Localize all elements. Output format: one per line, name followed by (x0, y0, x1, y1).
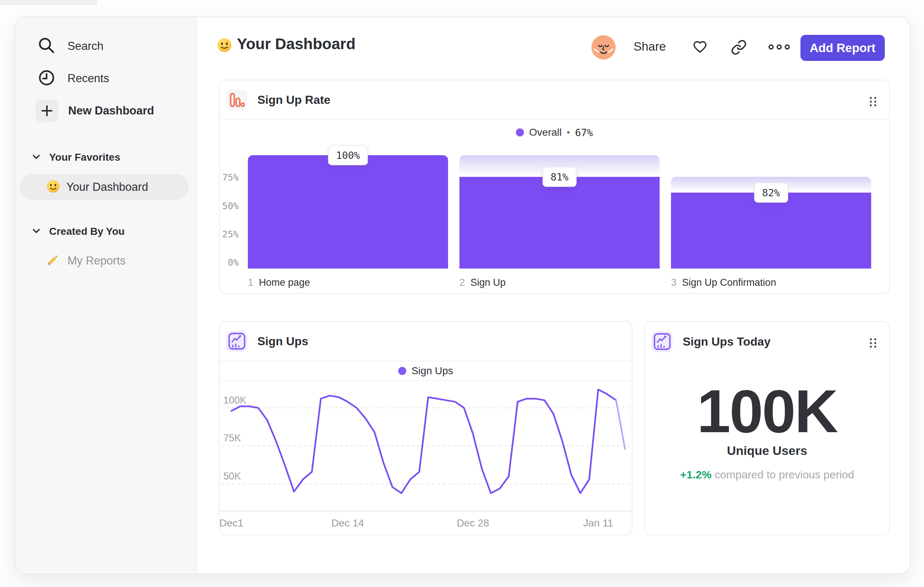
avatar[interactable] (591, 35, 615, 61)
ellipsis-icon[interactable] (768, 43, 790, 53)
funnel-step-label: 3Sign Up Confirmation (671, 277, 776, 288)
funnel-y-tick: 50% (219, 201, 239, 211)
search-icon (37, 36, 56, 56)
funnel-conversion-tooltip: 82% (754, 182, 788, 203)
chevron-down-icon (32, 227, 40, 236)
line-x-tick: Jan 11 (583, 517, 613, 529)
line-y-tick: 50K (223, 471, 241, 482)
sidebar-item-label: New Dashboard (68, 104, 154, 117)
card-header: Sign Ups Today (645, 322, 889, 361)
legend-dot (398, 367, 406, 375)
step-name: Sign Up (470, 277, 506, 288)
funnel-conversion-tooltip: 81% (543, 167, 577, 187)
line-x-tick: Dec 28 (457, 517, 489, 529)
funnel-step-label: 1Home page (248, 277, 310, 288)
app-window: Search Recents New Dashboard (15, 17, 911, 574)
legend-label: Sign Ups (411, 365, 453, 377)
background-window-artifact (0, 0, 97, 5)
sidebar-item-label: Your Dashboard (66, 180, 148, 194)
funnel-step-label: 2Sign Up (459, 277, 506, 288)
line-series (231, 390, 616, 493)
sidebar-item-search[interactable]: Search (37, 36, 103, 56)
metric-delta: +1.2% (680, 468, 712, 481)
step-number: 1 (248, 277, 253, 288)
funnel-y-tick: 75% (219, 172, 239, 183)
sidebar-item-new-dashboard[interactable]: New Dashboard (36, 99, 154, 122)
funnel-y-tick: 25% (219, 229, 239, 240)
funnel-y-tick: 0% (219, 257, 239, 268)
x-axis-line (219, 511, 632, 511)
sign-up-rate-card: Sign Up Rate Overall • 67% 75%50%25%0%10… (219, 79, 890, 294)
section-label: Your Favorites (49, 152, 120, 163)
funnel-conversion-tooltip: 100% (328, 145, 368, 165)
metric-comparison-text: compared to previous period (714, 468, 854, 481)
section-label: Created By You (49, 226, 125, 237)
funnel-bar-sign-up[interactable] (459, 177, 660, 269)
funnel-bar-sign-up-confirmation[interactable] (671, 193, 871, 269)
sidebar-item-label: My Reports (68, 254, 125, 268)
sign-ups-today-card: Sign Ups Today 100K Unique Users +1.2% c… (644, 321, 890, 535)
sidebar: Search Recents New Dashboard (15, 17, 197, 574)
step-name: Home page (259, 277, 310, 288)
sign-ups-card: Sign Ups Sign Ups 100K75K50K Dec1Dec 14D… (219, 321, 632, 535)
add-report-button[interactable]: Add Report (800, 35, 885, 61)
line-y-tick: 100K (223, 395, 246, 406)
smiley-emoji (46, 179, 61, 195)
plus-icon (36, 99, 58, 122)
sidebar-item-label: Search (68, 40, 103, 53)
pencil-emoji (45, 253, 60, 269)
heart-icon[interactable] (691, 38, 708, 56)
funnel-plot: 75%50%25%0%100%1Home page81%2Sign Up82%3… (219, 80, 889, 293)
line-chart-icon (226, 331, 247, 352)
metric-label: Unique Users (645, 443, 889, 458)
card-header: Sign Ups (219, 322, 632, 361)
sidebar-item-my-reports[interactable]: My Reports (45, 249, 125, 273)
card-title: Sign Ups Today (683, 335, 771, 349)
sidebar-section-your-favorites[interactable]: Your Favorites (32, 152, 120, 163)
sidebar-item-label: Recents (68, 72, 109, 85)
drag-handle-icon[interactable] (869, 337, 878, 351)
line-chart-icon (652, 331, 672, 352)
metric-comparison: +1.2% compared to previous period (645, 468, 889, 481)
line-y-tick: 75K (223, 433, 241, 444)
link-icon[interactable] (731, 39, 747, 57)
line-legend: Sign Ups (219, 361, 632, 381)
clock-icon (37, 69, 56, 88)
step-number: 2 (459, 277, 465, 288)
line-x-tick: Dec1 (219, 517, 243, 529)
metric-value: 100K (645, 377, 889, 446)
share-button[interactable]: Share (634, 40, 666, 54)
page-title: Your Dashboard (237, 35, 356, 53)
step-number: 3 (671, 277, 676, 288)
line-chart-plot (219, 381, 633, 511)
card-title: Sign Ups (257, 335, 309, 348)
sidebar-item-recents[interactable]: Recents (37, 69, 109, 88)
line-x-tick: Dec 14 (332, 517, 364, 529)
sidebar-item-your-dashboard[interactable]: Your Dashboard (20, 174, 189, 200)
smiley-emoji (216, 37, 233, 55)
sidebar-section-created-by-you[interactable]: Created By You (32, 226, 125, 237)
step-name: Sign Up Confirmation (682, 277, 776, 288)
chevron-down-icon (32, 153, 40, 162)
funnel-bar-home-page[interactable] (248, 155, 448, 269)
